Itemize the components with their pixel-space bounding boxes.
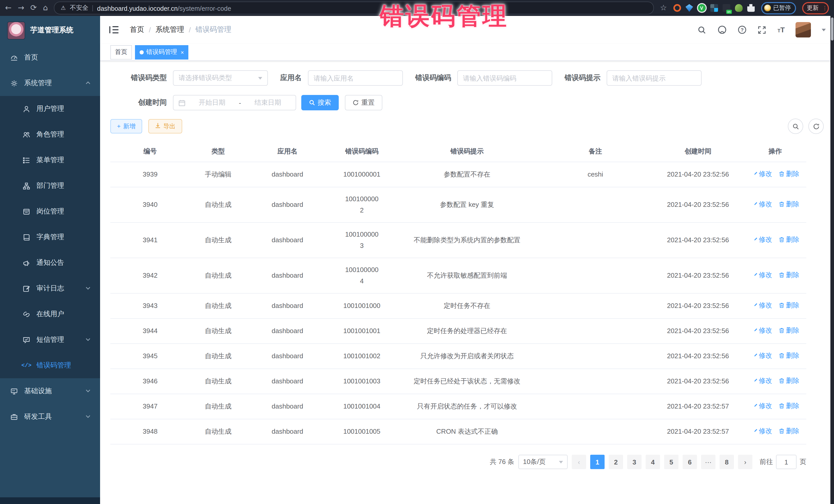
sidebar-item-label: 首页 [24,53,38,62]
app-name-input[interactable] [308,70,403,86]
cell-remark: ceshi [539,162,652,187]
delete-link[interactable]: 删除 [778,425,799,437]
fullscreen-icon[interactable] [758,25,767,35]
browser-menu-dots-icon[interactable]: ⋮ [822,7,824,9]
github-icon[interactable] [718,25,727,35]
close-tab-icon[interactable]: × [181,49,184,55]
prev-page-button[interactable]: ‹ [572,455,586,469]
cell-code: 100100000 2 [328,187,395,222]
page-button-1[interactable]: 1 [590,455,605,469]
tag-tab-错误码管理[interactable]: 错误码管理× [135,45,189,59]
sidebar-item-研发工具[interactable]: 研发工具 [0,404,100,430]
page-ellipsis-button[interactable]: ··· [701,455,716,469]
sidebar-item-角色管理[interactable]: 角色管理 [0,122,100,147]
page-button-4[interactable]: 4 [646,455,660,469]
breadcrumb-item[interactable]: 首页 [130,25,144,35]
help-icon[interactable]: ? [738,25,747,35]
edit-link[interactable]: 修改 [751,199,772,210]
sidebar-item-短信管理[interactable]: 短信管理 [0,327,100,353]
sidebar-item-部门管理[interactable]: 部门管理 [0,173,100,199]
bookmark-star-icon[interactable]: ☆ [660,4,667,12]
paused-badge[interactable]: 已暂停 [761,2,796,14]
edit-link[interactable]: 修改 [751,400,772,412]
page-button-8[interactable]: 8 [720,455,734,469]
edit-link[interactable]: 修改 [751,375,772,387]
scrollbar-track[interactable] [830,16,834,504]
date-range-picker[interactable]: 开始日期 - 结束日期 [173,95,296,110]
url-path: /system/error-code [178,5,231,12]
edit-link[interactable]: 修改 [751,325,772,336]
sidebar-logo[interactable]: 芋道管理系统 [0,16,100,45]
cell-time: 2021-04-20 23:52:56 [652,258,744,293]
sidebar-item-错误码管理[interactable]: </>错误码管理 [0,353,100,378]
delete-link[interactable]: 删除 [778,350,799,361]
delete-link[interactable]: 删除 [778,199,799,210]
tag-tab-首页[interactable]: 首页 [110,45,132,59]
error-type-placeholder: 请选择错误码类型 [179,73,232,83]
delete-link[interactable]: 删除 [778,234,799,245]
edit-link[interactable]: 修改 [751,300,772,311]
edit-link[interactable]: 修改 [751,168,772,180]
home-icon[interactable]: ⌂ [43,4,48,12]
font-size-icon[interactable]: TT [777,26,785,34]
forward-icon[interactable]: → [18,4,24,12]
reset-button[interactable]: 重置 [345,95,382,110]
reload-icon[interactable]: ⟳ [30,4,37,12]
sidebar-item-字典管理[interactable]: 字典管理 [0,224,100,250]
page-button-3[interactable]: 3 [627,455,641,469]
extension-grid-icon[interactable] [710,4,718,12]
sidebar-item-在线用户[interactable]: 在线用户 [0,301,100,327]
user-avatar[interactable] [795,22,811,38]
update-button[interactable]: 更新 ⋮ [802,2,829,14]
extension-green-v-icon[interactable]: V [698,4,705,12]
extension-green-key-icon[interactable] [735,4,742,12]
search-button[interactable]: 搜索 [301,95,339,110]
avatar-dropdown-caret-icon[interactable] [822,28,826,31]
refresh-table-icon[interactable] [808,118,824,134]
error-hint-input[interactable] [607,70,702,86]
page-button-5[interactable]: 5 [664,455,679,469]
delete-link[interactable]: 删除 [778,375,799,387]
extension-orange-ring-icon[interactable] [673,4,681,12]
export-button[interactable]: 导出 [148,119,182,133]
cell-time: 2021-04-20 23:52:56 [652,293,744,319]
delete-link[interactable]: 删除 [778,269,799,281]
sidebar-item-岗位管理[interactable]: 岗位管理 [0,199,100,224]
sidebar-item-菜单管理[interactable]: 菜单管理 [0,147,100,173]
edit-link[interactable]: 修改 [751,234,772,245]
sidebar-toggle-icon[interactable] [109,26,118,34]
scrollbar-thumb[interactable] [831,18,833,41]
breadcrumb-item: 错误码管理 [196,25,232,35]
edit-link[interactable]: 修改 [751,350,772,361]
header-search-icon[interactable] [698,25,707,35]
back-icon[interactable]: ← [5,4,12,12]
sidebar-item-通知公告[interactable]: 通知公告 [0,250,100,276]
sidebar-item-用户管理[interactable]: 用户管理 [0,96,100,122]
page-button-2[interactable]: 2 [609,455,623,469]
breadcrumb-item[interactable]: 系统管理 [155,25,184,35]
delete-link[interactable]: 删除 [778,400,799,412]
sidebar-item-基础设施[interactable]: 基础设施 [0,378,100,404]
edit-link[interactable]: 修改 [751,425,772,437]
sidebar-item-首页[interactable]: 首页 [0,45,100,70]
toggle-search-icon[interactable] [788,118,803,134]
extension-blue-drop-icon[interactable] [685,4,693,12]
page-button-6[interactable]: 6 [683,455,697,469]
cell-actions: 修改删除 [744,344,806,369]
extension-proxy-on-icon[interactable] [722,4,730,12]
error-code-input[interactable] [457,70,552,86]
delete-link[interactable]: 删除 [778,300,799,311]
sidebar-item-系统管理[interactable]: 系统管理 [0,70,100,96]
page-size-select[interactable]: 10条/页 [518,455,568,469]
extensions-puzzle-icon[interactable] [747,4,755,12]
delete-link[interactable]: 删除 [778,325,799,336]
delete-link[interactable]: 删除 [778,168,799,180]
add-button[interactable]: + 新增 [110,119,142,133]
next-page-button[interactable]: › [738,455,752,469]
address-bar[interactable]: ⚠ 不安全 dashboard.yudao.iocoder.cn/system/… [54,2,654,14]
chevron-up-icon [85,79,91,87]
error-type-select[interactable]: 请选择错误码类型 [173,70,268,86]
goto-page-input[interactable] [776,455,796,469]
sidebar-item-审计日志[interactable]: 审计日志 [0,276,100,301]
edit-link[interactable]: 修改 [751,269,772,281]
